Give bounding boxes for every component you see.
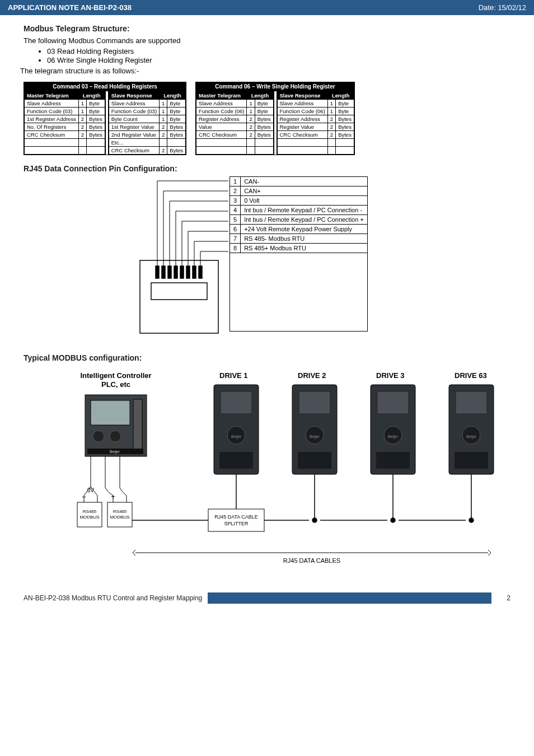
svg-rect-1 bbox=[151, 283, 207, 300]
footer-text: AN-BEI-P2-038 Modbus RTU Control and Reg… bbox=[24, 594, 202, 602]
pin-num: 5 bbox=[230, 215, 241, 225]
svg-text:RS485: RS485 bbox=[113, 509, 127, 514]
cell: Byte bbox=[86, 100, 105, 108]
rj45-pin-table: 1CAN- 2CAN+ 30 Volt 4Int bus / Remote Ke… bbox=[229, 176, 368, 332]
cell: 2nd Register Value bbox=[109, 131, 159, 139]
svg-text:Beijer: Beijer bbox=[388, 435, 399, 439]
cmd03-master-head: Master Telegram bbox=[25, 92, 79, 100]
rs485-adapter-icon: RS485 MODBUS bbox=[77, 502, 102, 527]
pin-label: RS 485+ Modbus RTU bbox=[241, 244, 368, 253]
cell: 1st Register Address bbox=[25, 115, 79, 123]
cell: 2 bbox=[247, 131, 255, 139]
cell: CRC Checksum bbox=[109, 147, 159, 155]
svg-rect-2 bbox=[156, 266, 159, 278]
cell: Bytes bbox=[255, 131, 273, 139]
splitter-box bbox=[208, 509, 264, 531]
cell: Byte bbox=[167, 100, 186, 108]
controller-label-2: PLC, etc bbox=[101, 380, 130, 389]
pin-num: 3 bbox=[230, 196, 241, 206]
cell: 2 bbox=[327, 131, 335, 139]
cell: CRC Checksum bbox=[25, 131, 79, 139]
svg-point-13 bbox=[93, 431, 104, 442]
svg-rect-33 bbox=[456, 391, 487, 414]
cell: Byte bbox=[167, 108, 186, 115]
pin-num: 8 bbox=[230, 244, 241, 253]
telegram-note: The telegram structure is as follows:- bbox=[20, 67, 534, 75]
cell: Register Address bbox=[196, 115, 247, 123]
cell: Byte bbox=[86, 108, 105, 115]
bullet-item: 06 Write Single Holding Register bbox=[47, 56, 534, 64]
svg-point-45 bbox=[469, 518, 474, 522]
pin-label: 0 Volt bbox=[241, 196, 368, 206]
cell: Function Code (06) bbox=[196, 108, 247, 115]
svg-text:MODBUS: MODBUS bbox=[79, 515, 99, 520]
cmd03-block: Command 03 – Read Holding Registers Mast… bbox=[24, 82, 186, 155]
pin-num: 2 bbox=[230, 186, 241, 196]
cell: 2 bbox=[327, 115, 335, 123]
cell: CRC Checksum bbox=[277, 131, 327, 139]
svg-rect-7 bbox=[186, 266, 190, 278]
svg-rect-4 bbox=[168, 266, 171, 278]
cell: Bytes bbox=[167, 123, 186, 131]
svg-rect-6 bbox=[180, 266, 184, 278]
cell: Value bbox=[196, 123, 247, 131]
cell: 1 bbox=[160, 115, 167, 123]
header-date: Date: 15/02/12 bbox=[479, 3, 526, 12]
cell: Bytes bbox=[336, 131, 354, 139]
splitter-label-1: RJ45 DATA CABLE bbox=[214, 514, 258, 520]
rj45-diagram: 1CAN- 2CAN+ 30 Volt 4Int bus / Remote Ke… bbox=[134, 176, 534, 344]
drive-icon: Beijer bbox=[449, 385, 494, 474]
cell: Slave Address bbox=[277, 100, 327, 108]
rj45-connector-icon bbox=[134, 176, 229, 344]
cmd03-slave-table: Slave ResponseLength Slave Address1Byte … bbox=[109, 91, 186, 155]
cmd06-block: Command 06 – Write Single Holding Regist… bbox=[195, 82, 355, 155]
svg-text:Beijer: Beijer bbox=[110, 450, 120, 454]
cell: No. Of Registers bbox=[25, 123, 79, 131]
cell: 1 bbox=[78, 108, 86, 115]
command-tables: Command 03 – Read Holding Registers Mast… bbox=[24, 82, 534, 155]
cell: 2 bbox=[160, 131, 167, 139]
cell: Bytes bbox=[336, 115, 354, 123]
topology-svg: DRIVE 1 DRIVE 2 DRIVE 3 DRIVE 63 Intelli… bbox=[24, 368, 510, 575]
drive3-label: DRIVE 3 bbox=[376, 371, 405, 380]
svg-text:Beijer: Beijer bbox=[310, 435, 320, 439]
cell: 2 bbox=[78, 123, 86, 131]
svg-rect-35 bbox=[455, 452, 488, 469]
footer-page: 2 bbox=[497, 594, 510, 602]
cell: 1 bbox=[247, 108, 255, 115]
cell: Bytes bbox=[86, 131, 105, 139]
cell: Byte Count bbox=[109, 115, 159, 123]
section-title-typical: Typical MODBUS configuration: bbox=[24, 353, 534, 362]
cell: CRC Checksum bbox=[196, 131, 247, 139]
svg-rect-8 bbox=[193, 266, 196, 278]
cmd06-master-head: Master Telegram bbox=[196, 92, 247, 100]
cell: Bytes bbox=[86, 123, 105, 131]
header-bar: APPLICATION NOTE AN-BEI-P2-038 Date: 15/… bbox=[0, 0, 534, 15]
cell: Bytes bbox=[336, 123, 354, 131]
svg-rect-5 bbox=[174, 266, 177, 278]
cell: 2 bbox=[327, 123, 335, 131]
pin-num: 7 bbox=[230, 234, 241, 244]
cell: Bytes bbox=[255, 115, 273, 123]
controller-icon: Beijer bbox=[85, 395, 147, 456]
modbus-intro: The following Modbus Commands are suppor… bbox=[24, 36, 534, 45]
cell: 2 bbox=[247, 115, 255, 123]
header-title: APPLICATION NOTE AN-BEI-P2-038 bbox=[8, 3, 132, 12]
cell: 1 bbox=[78, 100, 86, 108]
cmd06-master-table: Master TelegramLength Slave Address1Byte… bbox=[196, 91, 273, 155]
pin-label: Int bus / Remote Keypad / PC Connection … bbox=[241, 215, 368, 225]
drive-icon: Beijer bbox=[371, 385, 415, 474]
cmd06-slave-table: Slave ResponseLength Slave Address1Byte … bbox=[277, 91, 354, 155]
svg-rect-25 bbox=[298, 452, 331, 469]
drive63-label: DRIVE 63 bbox=[455, 371, 487, 380]
cell: Bytes bbox=[167, 147, 186, 155]
cmd03-slave-head: Slave Response bbox=[109, 92, 159, 100]
footer: AN-BEI-P2-038 Modbus RTU Control and Reg… bbox=[0, 592, 534, 614]
cell: Function Code (06) bbox=[277, 108, 327, 115]
controller-label-1: Intelligent Controller bbox=[80, 371, 151, 380]
modbus-bullets: 03 Read Holding Registers 06 Write Singl… bbox=[47, 47, 534, 64]
svg-rect-23 bbox=[299, 391, 330, 414]
pin-label: CAN+ bbox=[241, 186, 368, 196]
cell: 1 bbox=[247, 100, 255, 108]
cell: 2 bbox=[78, 131, 86, 139]
